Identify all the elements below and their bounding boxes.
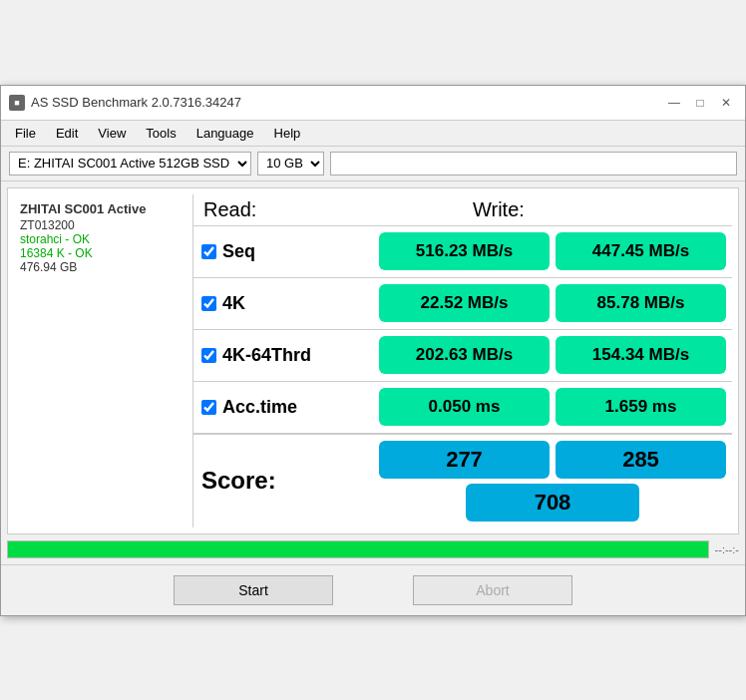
device-block-size: 16384 K - OK	[20, 246, 186, 260]
score-section: Score: 277 285 708	[193, 433, 732, 527]
bench-values-acctime: 0.050 ms 1.659 ms	[373, 382, 732, 432]
bench-values-4k64: 202.63 MB/s 154.34 MB/s	[373, 330, 732, 380]
bench-write-seq: 447.45 MB/s	[556, 232, 726, 270]
benchmark-rows: Seq 516.23 MB/s 447.45 MB/s 4K 22.52 MB/…	[193, 225, 732, 433]
bottom-bar: Start Abort	[1, 564, 745, 615]
bench-check-4k64[interactable]	[201, 348, 216, 363]
maximize-button[interactable]: □	[689, 92, 711, 114]
bench-write-acctime: 1.659 ms	[556, 388, 726, 426]
score-values: 277 285 708	[373, 435, 732, 527]
start-button[interactable]: Start	[174, 575, 333, 605]
app-icon: ■	[9, 95, 25, 111]
column-headers: Read: Write:	[193, 194, 732, 225]
app-window: ■ AS SSD Benchmark 2.0.7316.34247 — □ ✕ …	[0, 85, 746, 616]
title-bar: ■ AS SSD Benchmark 2.0.7316.34247 — □ ✕	[1, 86, 745, 121]
menu-view[interactable]: View	[88, 123, 136, 144]
bench-values-4k: 22.52 MB/s 85.78 MB/s	[373, 278, 732, 328]
progress-area: --:--:-	[7, 540, 739, 558]
progress-bar-fill	[8, 541, 708, 557]
size-select[interactable]: 10 GB	[257, 152, 324, 175]
bench-label-acctime: Acc.time	[193, 391, 373, 424]
minimize-button[interactable]: —	[663, 92, 685, 114]
toolbar: E: ZHITAI SC001 Active 512GB SSD 10 GB	[1, 147, 745, 181]
bench-label-seq: Seq	[193, 235, 373, 268]
menu-tools[interactable]: Tools	[136, 123, 186, 144]
bench-label-4k64: 4K-64Thrd	[193, 339, 373, 372]
device-driver: storahci - OK	[20, 232, 186, 246]
menu-bar: File Edit View Tools Language Help	[1, 121, 745, 147]
bench-check-seq[interactable]	[201, 244, 216, 259]
write-header: Write:	[463, 194, 732, 225]
results-panel: Read: Write: Seq 516.23 MB/s 447.45 MB/s	[193, 194, 732, 527]
device-model: ZT013200	[20, 218, 186, 232]
bench-write-4k: 85.78 MB/s	[556, 284, 726, 322]
abort-button[interactable]: Abort	[413, 575, 572, 605]
device-capacity: 476.94 GB	[20, 260, 186, 274]
bench-row-seq: Seq 516.23 MB/s 447.45 MB/s	[193, 225, 732, 277]
progress-time: --:--:-	[715, 543, 739, 555]
close-button[interactable]: ✕	[715, 92, 737, 114]
bench-label-4k: 4K	[193, 287, 373, 320]
score-write: 285	[556, 441, 726, 479]
score-total: 708	[466, 484, 639, 522]
device-info-panel: ZHITAI SC001 Active ZT013200 storahci - …	[14, 194, 193, 527]
menu-file[interactable]: File	[5, 123, 46, 144]
score-label: Score:	[193, 461, 373, 501]
bench-check-4k[interactable]	[201, 296, 216, 311]
menu-help[interactable]: Help	[264, 123, 311, 144]
bench-row-4k: 4K 22.52 MB/s 85.78 MB/s	[193, 277, 732, 329]
bench-values-seq: 516.23 MB/s 447.45 MB/s	[373, 226, 732, 276]
bench-write-4k64: 154.34 MB/s	[556, 336, 726, 374]
extra-input[interactable]	[330, 152, 737, 175]
drive-select[interactable]: E: ZHITAI SC001 Active 512GB SSD	[9, 152, 251, 175]
bench-row-4k64: 4K-64Thrd 202.63 MB/s 154.34 MB/s	[193, 329, 732, 381]
menu-language[interactable]: Language	[186, 123, 264, 144]
progress-bar-container	[7, 540, 709, 558]
bench-read-seq: 516.23 MB/s	[379, 232, 550, 270]
bench-read-4k64: 202.63 MB/s	[379, 336, 550, 374]
bench-row-acctime: Acc.time 0.050 ms 1.659 ms	[193, 381, 732, 433]
window-title: AS SSD Benchmark 2.0.7316.34247	[31, 95, 241, 110]
score-top-row: 277 285	[379, 441, 726, 479]
bench-read-4k: 22.52 MB/s	[379, 284, 550, 322]
bench-check-acctime[interactable]	[201, 400, 216, 415]
score-read: 277	[379, 441, 550, 479]
menu-edit[interactable]: Edit	[46, 123, 88, 144]
main-content: ZHITAI SC001 Active ZT013200 storahci - …	[7, 187, 739, 534]
device-name: ZHITAI SC001 Active	[20, 200, 186, 218]
read-header: Read:	[193, 194, 463, 225]
bench-read-acctime: 0.050 ms	[379, 388, 550, 426]
window-controls: — □ ✕	[663, 92, 737, 114]
